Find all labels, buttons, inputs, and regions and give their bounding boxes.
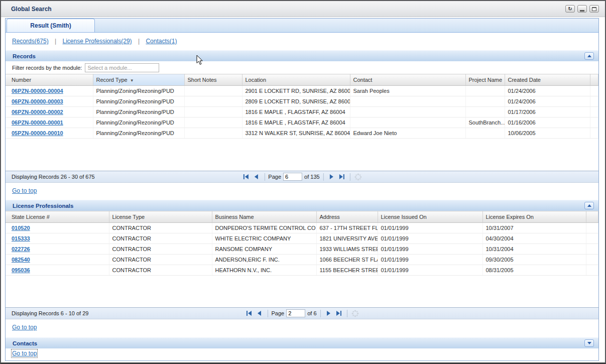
address-cell: 637 - 17TH STREET FL... [316, 223, 378, 233]
chevron-up-icon [587, 55, 591, 57]
table-row: 05PZN-00000-00010 Planning/Zoning/Rezoni… [6, 128, 598, 139]
license-number-link[interactable]: 082540 [12, 257, 30, 263]
minimize-button[interactable] [577, 5, 587, 13]
records-table: Number Record Type▼ Short Notes Location… [6, 74, 598, 139]
column-header-short-notes[interactable]: Short Notes [184, 74, 242, 86]
records-pager-bar: Displaying Records 26 - 30 of 675 Page o… [6, 171, 598, 183]
license-number-link[interactable]: 095036 [12, 267, 30, 273]
refresh-grid-button[interactable] [351, 309, 359, 318]
next-page-icon [325, 310, 332, 317]
licenses-page-input[interactable] [286, 309, 305, 317]
records-filter-label: Filter records by the module: [12, 65, 82, 71]
column-header-license-type[interactable]: License Type [109, 211, 212, 223]
short-notes-cell [184, 86, 242, 96]
contact-cell [350, 96, 465, 107]
contacts-go-to-top-link[interactable]: Go to top [12, 350, 37, 357]
column-header-record-type-label: Record Type [96, 77, 128, 83]
contacts-anchor-link[interactable]: Contacts(1) [146, 38, 177, 45]
first-page-icon [243, 173, 250, 180]
last-page-button[interactable] [335, 309, 343, 318]
records-collapse-button[interactable] [584, 52, 594, 60]
page-label: Page [268, 174, 281, 180]
license-type-cell: CONTRACTOR [109, 265, 212, 276]
location-cell: 2809 E LOCKETT RD, SUNRISE, AZ 86004 [242, 96, 350, 107]
license-number-link[interactable]: 015333 [12, 235, 30, 241]
search-results-panel: Result (Smith) Records(675) | License Pr… [5, 18, 599, 361]
short-notes-cell [184, 96, 242, 107]
page-count-label: of 135 [304, 174, 320, 180]
license-professionals-section-header: License Professionals [6, 200, 598, 211]
license-type-cell: CONTRACTOR [109, 255, 212, 265]
column-header-project-name[interactable]: Project Name [465, 74, 505, 86]
next-page-button[interactable] [327, 172, 336, 181]
records-go-to-top-row: Go to top [6, 183, 598, 199]
project-name-cell: SouthBranch... [465, 117, 505, 128]
column-header-business-name[interactable]: Business Name [212, 211, 316, 223]
column-header-record-type[interactable]: Record Type▼ [93, 74, 184, 86]
location-cell: 1816 E MAPLE , FLAGSTAFF, AZ 86004 [242, 117, 350, 128]
filler-cell [586, 244, 598, 255]
short-notes-cell [184, 117, 242, 128]
contact-cell [350, 117, 465, 128]
license-professionals-collapse-button[interactable] [584, 202, 594, 209]
filler-cell [590, 96, 598, 107]
last-page-icon [338, 173, 345, 180]
column-header-license-expires-on[interactable]: License Expires On [482, 211, 586, 223]
first-page-button[interactable] [241, 172, 250, 181]
record-number-link[interactable]: 06PZN-00000-00004 [12, 88, 63, 94]
records-header-row: Number Record Type▼ Short Notes Location… [6, 74, 598, 86]
license-type-cell: CONTRACTOR [109, 233, 212, 244]
refresh-gear-icon [351, 310, 359, 317]
column-header-address[interactable]: Address [316, 211, 378, 223]
records-table-empty-area [6, 139, 598, 171]
license-expires-cell: 10/31/2004 [482, 244, 586, 255]
record-number-link[interactable]: 06PZN-00000-00002 [12, 109, 63, 115]
page-count-label: of 6 [307, 310, 316, 316]
previous-page-icon [253, 173, 260, 180]
previous-page-button[interactable] [255, 309, 264, 318]
license-number-link[interactable]: 022726 [12, 246, 30, 252]
contacts-expand-button[interactable] [584, 339, 594, 347]
next-page-button[interactable] [324, 309, 333, 318]
record-number-link[interactable]: 06PZN-00000-00003 [12, 98, 63, 104]
pager-separator [267, 310, 268, 317]
column-header-location[interactable]: Location [242, 74, 350, 86]
license-professionals-table: State License # License Type Business Na… [6, 211, 598, 276]
short-notes-cell [184, 128, 242, 139]
license-number-link[interactable]: 010520 [12, 225, 30, 231]
business-name-cell: WHITE ELECTRIC COMPANY [212, 233, 316, 244]
table-row: 095036 CONTRACTOR HEATHORN N.V., INC. 11… [6, 265, 598, 276]
previous-page-button[interactable] [252, 172, 261, 181]
first-page-icon [246, 310, 253, 317]
business-name-cell: HEATHORN N.V., INC. [212, 265, 316, 276]
license-professionals-anchor-link[interactable]: License Professionals(29) [63, 38, 132, 45]
refresh-window-button[interactable]: ↻ [565, 5, 575, 13]
tab-result-smith[interactable]: Result (Smith) [7, 19, 95, 32]
pager-separator [350, 173, 350, 181]
column-header-license-issued-on[interactable]: License Issued On [378, 211, 482, 223]
license-type-cell: CONTRACTOR [109, 223, 212, 233]
short-notes-cell [184, 107, 242, 117]
filler-cell [590, 128, 598, 139]
column-header-state-license[interactable]: State License # [6, 211, 109, 223]
last-page-button[interactable] [338, 172, 346, 181]
records-page-input[interactable] [283, 173, 302, 181]
table-row: 082540 CONTRACTOR ANDERSON,ERIC F. INC. … [6, 255, 598, 265]
records-anchor-link[interactable]: Records(675) [12, 38, 49, 45]
column-header-number[interactable]: Number [6, 74, 93, 86]
column-header-created-date[interactable]: Created Date [505, 74, 590, 86]
contacts-section-title: Contacts [13, 340, 37, 346]
table-row: 06PZN-00000-00003 Planning/Zoning/Rezoni… [6, 96, 598, 107]
licenses-table-empty-area [6, 276, 598, 307]
records-go-to-top-link[interactable]: Go to top [12, 187, 37, 194]
record-number-link[interactable]: 06PZN-00000-00001 [12, 119, 63, 126]
maximize-button[interactable] [589, 5, 599, 13]
column-header-contact[interactable]: Contact [350, 74, 465, 86]
first-page-button[interactable] [245, 309, 253, 318]
record-number-link[interactable]: 05PZN-00000-00010 [12, 130, 63, 136]
refresh-grid-button[interactable] [354, 172, 362, 181]
module-filter-input[interactable] [85, 63, 159, 72]
records-section-header: Records [6, 50, 598, 61]
licenses-go-to-top-link[interactable]: Go to top [12, 324, 37, 331]
records-section-title: Records [13, 53, 36, 59]
